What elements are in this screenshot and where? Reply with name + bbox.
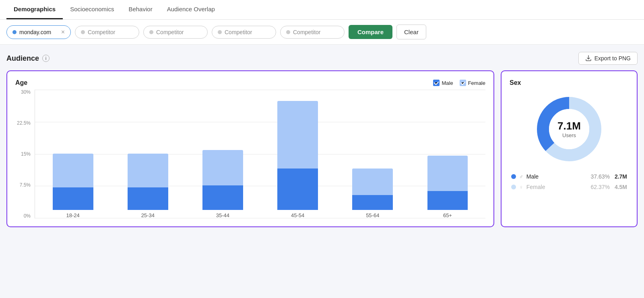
sex-title: Sex bbox=[510, 79, 629, 86]
female-dot-icon bbox=[511, 185, 516, 189]
bar-group-55-64: 55-64 bbox=[339, 169, 407, 218]
bar-group-25-34: 25-34 bbox=[114, 154, 182, 218]
filter-chip-1[interactable]: monday.com × bbox=[6, 25, 71, 39]
chip-label-1: monday.com bbox=[19, 29, 51, 35]
bar-male-35-44 bbox=[202, 185, 243, 210]
chip-label-2: Competitor bbox=[88, 29, 115, 35]
bars-container: 18-24 25-34 bbox=[35, 90, 485, 218]
bars-inner: 18-24 25-34 bbox=[35, 90, 485, 218]
filter-chip-3[interactable]: Competitor bbox=[143, 26, 208, 39]
export-label: Export to PNG bbox=[594, 55, 631, 62]
chip-close-1[interactable]: × bbox=[61, 29, 65, 36]
sex-legend-male: ♂ Male 37.63% 2.7M bbox=[511, 173, 627, 180]
grid-line-30 bbox=[35, 90, 485, 90]
donut-chart: 7.1M Users bbox=[533, 93, 605, 165]
bar-stack-55-64 bbox=[352, 169, 393, 210]
sex-legend-female: ♀ Female 62.37% 4.5M bbox=[511, 184, 627, 190]
sex-male-pct: 37.63% bbox=[591, 173, 610, 180]
age-legend: Male Female bbox=[433, 80, 485, 86]
female-check-icon bbox=[460, 80, 466, 86]
filter-chip-4[interactable]: Competitor bbox=[212, 26, 276, 39]
bar-male-45-54 bbox=[277, 169, 318, 210]
legend-female: Female bbox=[460, 80, 485, 86]
y-label-0: 0% bbox=[15, 214, 31, 218]
bar-stack-25-34 bbox=[128, 154, 168, 210]
sex-female-pct: 62.37% bbox=[591, 184, 610, 190]
age-chart-header: Age Male Female bbox=[15, 79, 485, 86]
age-title: Age bbox=[15, 79, 27, 86]
info-icon[interactable]: i bbox=[42, 55, 50, 62]
tab-audience-overlap[interactable]: Audience Overlap bbox=[160, 0, 222, 19]
export-icon bbox=[585, 55, 592, 62]
bar-female-25-34 bbox=[128, 154, 168, 187]
clear-button[interactable]: Clear bbox=[396, 25, 426, 39]
sex-female-count: 4.5M bbox=[613, 184, 627, 190]
bar-stack-65plus bbox=[427, 156, 468, 210]
bar-group-45-54: 45-54 bbox=[264, 101, 332, 218]
section-header: Audience i Export to PNG bbox=[6, 52, 638, 65]
chip-label-5: Competitor bbox=[293, 29, 320, 35]
y-label-75: 7.5% bbox=[15, 183, 31, 187]
donut-wrapper: 7.1M Users bbox=[510, 93, 629, 165]
compare-button[interactable]: Compare bbox=[349, 25, 392, 39]
audience-title: Audience bbox=[6, 54, 39, 63]
bar-male-25-34 bbox=[128, 187, 168, 210]
sex-chart-card: Sex 7.1M Users bbox=[501, 70, 638, 227]
x-label-35-44: 35-44 bbox=[216, 212, 229, 218]
charts-row: Age Male Female bbox=[6, 70, 638, 227]
chip-label-4: Competitor bbox=[225, 29, 252, 35]
bar-stack-45-54 bbox=[277, 101, 318, 210]
male-gender-icon: ♂ bbox=[519, 174, 523, 180]
bar-female-55-64 bbox=[352, 169, 393, 195]
donut-center: 7.1M Users bbox=[557, 120, 581, 138]
bar-female-35-44 bbox=[202, 150, 243, 186]
bar-group-65plus: 65+ bbox=[414, 156, 481, 218]
sex-male-label: Male bbox=[526, 173, 588, 180]
section-title: Audience i bbox=[6, 54, 50, 63]
chip-dot-1 bbox=[12, 30, 17, 34]
legend-male: Male bbox=[433, 80, 453, 86]
x-label-65plus: 65+ bbox=[443, 212, 452, 218]
chip-dot-2 bbox=[81, 30, 85, 34]
age-chart-card: Age Male Female bbox=[6, 70, 494, 227]
tab-socioeconomics[interactable]: Socioeconomics bbox=[63, 0, 121, 19]
filter-bar: monday.com × Competitor Competitor Compe… bbox=[0, 20, 644, 45]
bar-male-18-24 bbox=[53, 187, 93, 210]
tab-demographics[interactable]: Demographics bbox=[6, 0, 63, 19]
grid-line-225 bbox=[35, 122, 485, 122]
male-check-icon bbox=[433, 80, 440, 86]
export-button[interactable]: Export to PNG bbox=[578, 52, 638, 65]
female-gender-icon: ♀ bbox=[519, 184, 523, 190]
donut-total-label: Users bbox=[557, 132, 581, 138]
donut-total-value: 7.1M bbox=[557, 120, 581, 132]
y-label-30: 30% bbox=[15, 90, 31, 95]
tab-behavior[interactable]: Behavior bbox=[121, 0, 159, 19]
tabs-bar: Demographics Socioeconomics Behavior Aud… bbox=[0, 0, 644, 20]
y-label-15: 15% bbox=[15, 152, 31, 156]
bar-stack-35-44 bbox=[202, 150, 243, 210]
bar-male-65plus bbox=[427, 191, 468, 210]
bar-male-55-64 bbox=[352, 195, 393, 210]
bar-female-65plus bbox=[427, 156, 468, 191]
filter-chip-5[interactable]: Competitor bbox=[280, 26, 345, 39]
sex-legend: ♂ Male 37.63% 2.7M ♀ Female 62.37% 4.5M bbox=[510, 173, 629, 190]
bar-chart-area: 0% 7.5% 15% 22.5% 30% bbox=[15, 90, 485, 218]
x-label-45-54: 45-54 bbox=[291, 212, 304, 218]
filter-chip-2[interactable]: Competitor bbox=[75, 26, 139, 39]
chip-dot-4 bbox=[218, 30, 222, 34]
x-label-55-64: 55-64 bbox=[366, 212, 379, 218]
main-content: Audience i Export to PNG Age Male bbox=[0, 45, 644, 234]
legend-male-label: Male bbox=[442, 80, 453, 86]
chip-label-3: Competitor bbox=[156, 29, 184, 35]
chip-dot-3 bbox=[149, 30, 153, 34]
bar-stack-18-24 bbox=[53, 154, 93, 210]
x-label-18-24: 18-24 bbox=[66, 212, 79, 218]
y-axis: 0% 7.5% 15% 22.5% 30% bbox=[15, 90, 35, 218]
sex-male-count: 2.7M bbox=[613, 173, 627, 180]
chip-dot-5 bbox=[286, 30, 290, 34]
legend-female-label: Female bbox=[468, 80, 485, 86]
bar-group-18-24: 18-24 bbox=[39, 154, 107, 218]
bar-female-18-24 bbox=[53, 154, 93, 187]
y-label-225: 22.5% bbox=[15, 121, 31, 125]
x-label-25-34: 25-34 bbox=[141, 212, 155, 218]
